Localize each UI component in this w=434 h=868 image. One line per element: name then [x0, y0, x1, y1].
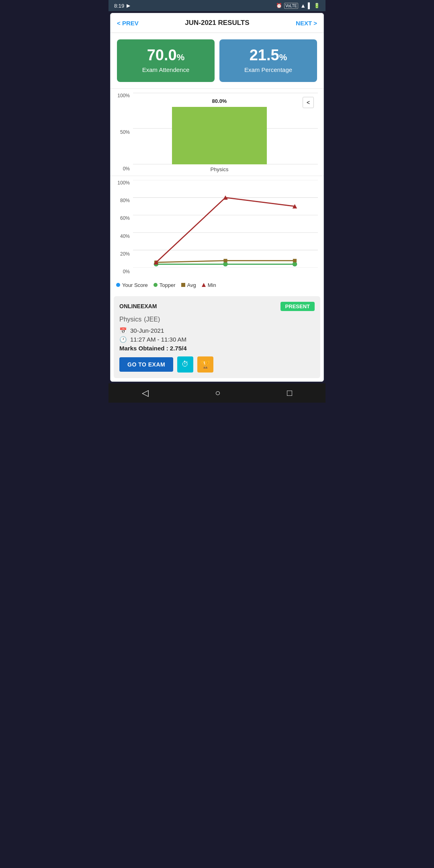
y-label-50: 50% [120, 129, 130, 135]
wifi-icon: ▲ [300, 2, 306, 9]
exam-card-header: ONLINEEXAM PRESENT [119, 302, 315, 311]
timer-icon: ⏱ [182, 360, 189, 368]
svg-rect-14 [293, 259, 297, 262]
attendance-label: Exam Attendence [123, 66, 209, 74]
home-button[interactable]: ○ [207, 385, 228, 401]
ly-60: 60% [120, 215, 130, 221]
timer-icon-button[interactable]: ⏱ [177, 356, 193, 373]
y-label-0: 0% [123, 166, 130, 172]
trophy-icon-button[interactable]: 🏆 [197, 356, 213, 373]
legend-topper: Topper [154, 282, 176, 288]
percentage-card: 21.5% Exam Percentage [219, 39, 317, 82]
bar-wrapper: 80.0% [133, 93, 306, 164]
present-badge: PRESENT [280, 302, 315, 311]
volte-icon: VoLTE [284, 3, 298, 9]
legend-avg: Avg [181, 282, 196, 288]
bottom-nav: ◁ ○ □ [108, 383, 326, 403]
notification-icon: ▶ [127, 3, 130, 8]
signal-icon: ▌ [308, 2, 312, 9]
status-left: 8:19 ▶ [114, 3, 130, 9]
ly-20: 20% [120, 251, 130, 257]
trophy-icon: 🏆 [201, 360, 210, 369]
svg-rect-13 [223, 259, 227, 262]
avg-square [181, 283, 185, 287]
exam-time-row: 🕐 11:27 AM - 11:30 AM [119, 336, 315, 343]
time-display: 8:19 [114, 3, 124, 9]
ly-80: 80% [120, 198, 130, 203]
exam-time: 11:27 AM - 11:30 AM [130, 336, 186, 343]
exam-marks: Marks Obtained : 2.75/4 [119, 345, 315, 352]
ly-100: 100% [117, 180, 130, 186]
topper-dot [154, 283, 158, 287]
ly-40: 40% [120, 233, 130, 239]
your-score-label: Your Score [122, 282, 148, 288]
legend-your-score: Your Score [116, 282, 148, 288]
next-button[interactable]: NEXT > [296, 20, 317, 27]
exam-name: Physics (JEE) [119, 313, 315, 324]
exam-card: ONLINEEXAM PRESENT Physics (JEE) 📅 30-Ju… [114, 296, 320, 378]
y-label-100: 100% [117, 93, 130, 98]
bar-x-label: Physics [133, 166, 306, 172]
your-score-dot [116, 283, 120, 287]
main-card: < PREV JUN-2021 RESULTS NEXT > 70.0% Exa… [110, 13, 324, 382]
alarm-icon: ⏰ [276, 3, 282, 8]
clock-icon: 🕐 [119, 336, 127, 343]
percentage-label: Exam Percentage [225, 66, 311, 74]
bar-value-label: 80.0% [212, 98, 227, 104]
line-chart-container: 100% 80% 60% 40% 20% 0% [116, 180, 318, 276]
bar-y-axis: 100% 50% 0% [116, 93, 133, 173]
bar-chart-container: 100% 50% 0% 80.0% Physics < [116, 93, 318, 173]
line-chart-svg [133, 180, 318, 268]
svg-point-11 [293, 262, 297, 266]
back-button[interactable]: ◁ [134, 385, 157, 401]
line-y-axis: 100% 80% 60% 40% 20% 0% [116, 180, 133, 276]
page-header: < PREV JUN-2021 RESULTS NEXT > [111, 13, 323, 33]
bar-area: 80.0% Physics [133, 93, 318, 173]
line-chart-area [133, 180, 318, 276]
exam-date-row: 📅 30-Jun-2021 [119, 327, 315, 334]
bar-chart-section: 100% 50% 0% 80.0% Physics < [111, 88, 323, 176]
stats-row: 70.0% Exam Attendence 21.5% Exam Percent… [111, 33, 323, 88]
exam-actions: GO TO EXAM ⏱ 🏆 [119, 356, 315, 373]
exam-date: 30-Jun-2021 [130, 327, 164, 334]
calendar-icon: 📅 [119, 327, 127, 334]
prev-button[interactable]: < PREV [117, 20, 139, 27]
percentage-value: 21.5% [225, 47, 311, 63]
status-right: ⏰ VoLTE ▲ ▌ 🔋 [276, 2, 320, 9]
min-label: Min [208, 282, 216, 288]
legend-min: Min [202, 282, 216, 288]
page-title: JUN-2021 RESULTS [185, 19, 249, 27]
line-chart-section: 100% 80% 60% 40% 20% 0% [111, 176, 323, 279]
collapse-button[interactable]: < [303, 97, 314, 108]
svg-point-10 [223, 262, 228, 266]
exam-type: ONLINEEXAM [119, 303, 157, 309]
go-to-exam-button[interactable]: GO TO EXAM [119, 357, 173, 372]
attendance-value: 70.0% [123, 47, 209, 63]
avg-label: Avg [187, 282, 196, 288]
recent-apps-button[interactable]: □ [279, 385, 300, 401]
attendance-card: 70.0% Exam Attendence [117, 39, 215, 82]
min-triangle [202, 283, 206, 287]
bar-physics: 80.0% [172, 107, 267, 164]
chart-legend: Your Score Topper Avg Min [111, 279, 323, 293]
status-bar: 8:19 ▶ ⏰ VoLTE ▲ ▌ 🔋 [108, 0, 326, 11]
topper-label: Topper [160, 282, 176, 288]
battery-icon: 🔋 [314, 3, 320, 8]
ly-0: 0% [123, 269, 130, 274]
